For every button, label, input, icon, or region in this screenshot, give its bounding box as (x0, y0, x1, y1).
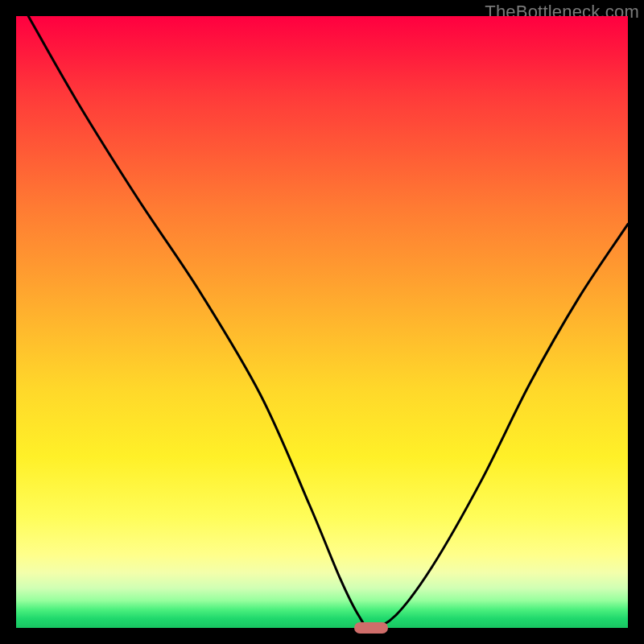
chart-frame: TheBottleneck.com (0, 0, 644, 644)
curve-svg (16, 16, 628, 628)
bottleneck-curve (28, 16, 628, 628)
plot-area (16, 16, 628, 628)
optimum-marker (354, 622, 388, 634)
